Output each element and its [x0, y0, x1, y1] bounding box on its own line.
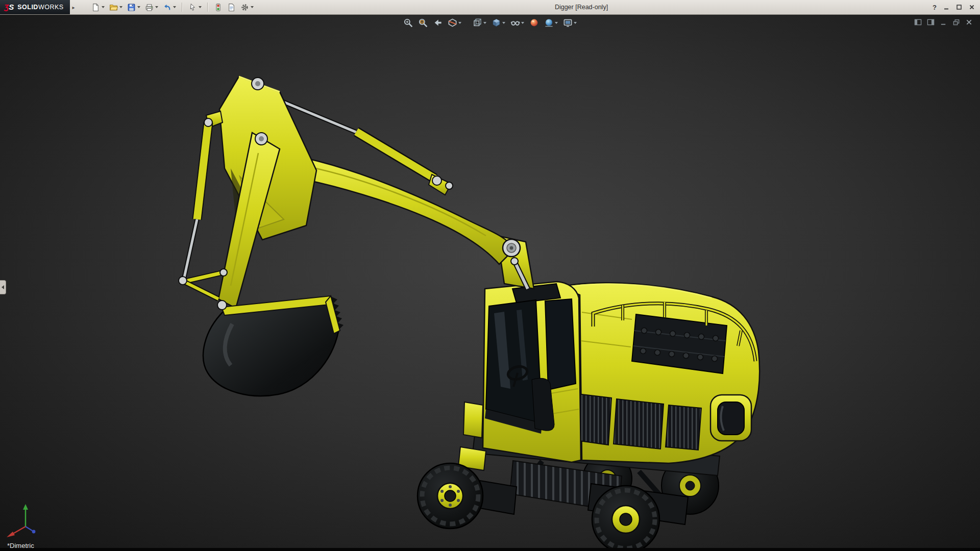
headsup-view-toolbar: [402, 17, 578, 29]
save-icon: [127, 3, 136, 12]
close-icon: [969, 4, 975, 10]
new-document-button[interactable]: [90, 2, 106, 13]
minimize-icon: [943, 4, 949, 10]
file-properties-button[interactable]: [226, 2, 237, 13]
open-button[interactable]: [108, 2, 124, 13]
edit-appearance-icon: [529, 18, 539, 28]
close-icon: [965, 18, 973, 26]
save-dropdown-caret-icon[interactable]: [137, 6, 140, 8]
options-dropdown-caret-icon[interactable]: [251, 6, 254, 8]
titlebar: ƷS SOLIDWORKS ▸: [0, 0, 980, 15]
undo-dropdown-caret-icon[interactable]: [173, 6, 176, 8]
apply-scene-icon: [544, 18, 554, 28]
view-orientation-label: *Dimetric: [7, 542, 34, 549]
zoom-to-fit-icon: [403, 18, 413, 28]
minimize-app-button[interactable]: [943, 4, 949, 10]
document-window-controls: [914, 18, 973, 26]
hide-show-items-icon: [510, 18, 520, 28]
previous-view-icon: [433, 18, 443, 28]
3ds-mark-icon: ƷS: [4, 0, 14, 14]
zoom-to-area-button[interactable]: [416, 17, 429, 29]
section-view-button[interactable]: [446, 17, 463, 29]
reference-triad[interactable]: [4, 500, 47, 543]
solidworks-logo[interactable]: ƷS SOLIDWORKS: [0, 0, 70, 14]
restore-doc-button[interactable]: [952, 18, 960, 26]
triad-y-axis: [23, 504, 28, 510]
hide-show-caret-icon[interactable]: [521, 22, 524, 24]
pane-right-button[interactable]: [927, 18, 935, 26]
select-button[interactable]: [187, 2, 203, 13]
file-properties-icon: [227, 3, 236, 12]
view-orientation-icon: [473, 18, 482, 28]
apply-scene-button[interactable]: [543, 17, 559, 29]
minimize-doc-button[interactable]: [940, 18, 947, 26]
select-dropdown-caret-icon[interactable]: [199, 6, 202, 8]
options-button[interactable]: [239, 2, 255, 13]
titlebar-toolbar: [90, 2, 255, 13]
menu-expand-arrow-icon[interactable]: ▸: [70, 3, 78, 12]
display-style-button[interactable]: [490, 17, 507, 29]
maximize-icon: [956, 4, 962, 10]
close-doc-button[interactable]: [965, 18, 973, 26]
new-document-icon: [91, 3, 100, 12]
feature-panel-collapse-tab[interactable]: [0, 280, 6, 294]
section-view-icon: [448, 18, 457, 28]
chevron-left-icon: [2, 285, 4, 289]
view-settings-caret-icon[interactable]: [574, 22, 577, 24]
rebuild-button[interactable]: [212, 2, 224, 13]
close-app-button[interactable]: [969, 4, 975, 10]
engine-housing[interactable]: [557, 283, 760, 463]
window-title: Digger [Read-only]: [555, 0, 608, 14]
wheel-rear-left[interactable]: [592, 486, 659, 551]
toolbar-separator: [182, 3, 183, 12]
apply-scene-caret-icon[interactable]: [555, 22, 558, 24]
3d-viewport[interactable]: [0, 14, 980, 551]
print-button[interactable]: [143, 2, 160, 13]
toolbar-separator: [207, 3, 208, 12]
print-icon: [145, 3, 154, 12]
minimize-icon: [940, 18, 947, 26]
hide-show-items-button[interactable]: [509, 17, 526, 29]
open-dropdown-caret-icon[interactable]: [119, 6, 122, 8]
view-settings-button[interactable]: [561, 17, 578, 29]
triad-x-axis: [7, 532, 15, 537]
new-dropdown-caret-icon[interactable]: [102, 6, 105, 8]
viewport-background[interactable]: [0, 14, 980, 551]
view-settings-icon: [563, 18, 573, 28]
front-fender: [463, 402, 483, 438]
bottom-strip: [0, 548, 980, 551]
maximize-app-button[interactable]: [956, 4, 962, 10]
pane-right-icon: [927, 18, 935, 26]
window-controls: ?: [933, 0, 975, 14]
display-style-icon: [492, 18, 501, 28]
previous-view-button[interactable]: [431, 17, 444, 29]
display-style-caret-icon[interactable]: [502, 22, 505, 24]
undo-button[interactable]: [161, 2, 178, 13]
wheel-front-left[interactable]: [418, 463, 483, 529]
door-window: [545, 299, 576, 390]
pane-left-button[interactable]: [914, 18, 922, 26]
zoom-to-fit-button[interactable]: [402, 17, 414, 29]
zoom-to-area-icon: [418, 18, 428, 28]
print-dropdown-caret-icon[interactable]: [155, 6, 158, 8]
open-icon: [109, 3, 118, 12]
view-orientation-button[interactable]: [471, 17, 488, 29]
section-view-caret-icon[interactable]: [458, 22, 461, 24]
grille-panel: [614, 399, 664, 449]
options-gear-icon: [240, 3, 249, 12]
save-button[interactable]: [126, 2, 142, 13]
edit-appearance-button[interactable]: [528, 17, 541, 29]
restore-icon: [952, 18, 960, 26]
rebuild-icon: [214, 3, 223, 12]
view-orientation-caret-icon[interactable]: [483, 22, 486, 24]
pane-left-icon: [914, 18, 922, 26]
brand-text: SOLIDWORKS: [17, 0, 63, 14]
undo-icon: [163, 3, 172, 12]
grille-panel: [666, 405, 701, 450]
select-icon: [188, 3, 197, 12]
triad-z-axis: [32, 530, 36, 534]
help-button[interactable]: ?: [933, 4, 937, 11]
graphics-area: *Dimetric: [0, 14, 980, 551]
